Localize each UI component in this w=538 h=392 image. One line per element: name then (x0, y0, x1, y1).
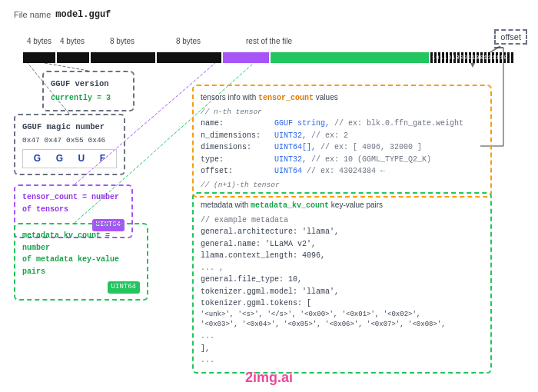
nplus1-tensor-comment: // (n+1)-th tensor (201, 180, 483, 191)
tensor-row-offset: offset: UINT64 // ex: 43024384 ← (201, 165, 483, 178)
bar-tensors (223, 52, 269, 63)
metadata-line-3: ... , (201, 262, 483, 274)
metadata-line-6: tokenizer.ggml.tokens: [ (201, 297, 483, 310)
magic-g2: G (56, 151, 63, 166)
metadata-title-end: key-value pairs (329, 201, 383, 209)
metadata-line-8: '<0x03>', '<0x04>', '<0x05>', '<0x06>', … (201, 320, 483, 331)
watermark: 2img.ai (245, 370, 293, 386)
binary-bar: 1011010001100111110 (23, 52, 515, 63)
tensor-offset-comment: // ex: 43024384 ← (307, 167, 385, 175)
metadata-kv-type: UINT64 (108, 281, 140, 294)
metadata-line-0: general.architecture: 'llama', (201, 226, 483, 238)
metadata-kv-box: metadata_kv_count = number of metadata k… (14, 223, 148, 301)
tensors-info-title: tensors info with tensor_count values (201, 91, 483, 105)
metadata-line-7: '<unk>', '<s>', '</s>', '<0x00>', '<0x01… (201, 310, 483, 321)
tensors-title-end: values (314, 93, 338, 101)
bar-rest (271, 52, 429, 63)
metadata-box: metadata with metadata_kv_count key-valu… (192, 192, 492, 374)
rest-of-file-label: rest of the file (246, 37, 292, 45)
metadata-line-11: ... (201, 354, 483, 367)
tensor-type-comment: // ex: 10 (GGML_TYPE_Q2_K) (311, 155, 431, 164)
filename-label: File name (14, 10, 51, 19)
metadata-line-1: general.name: 'LLaMA v2', (201, 238, 483, 251)
byte-label-4: 8 bytes (155, 37, 221, 45)
metadata-line-10: ], (201, 343, 483, 355)
tensor-dim-comment: // ex: [ 4096, 32000 ] (320, 143, 422, 151)
magic-g1: G (34, 151, 41, 166)
metadata-line-9: ... (201, 331, 483, 343)
svg-line-0 (45, 63, 88, 71)
bar-tensor-count (91, 52, 155, 63)
tensor-name-type: GGUF string, (274, 119, 330, 128)
tensor-ndim-type: UINT32, (274, 131, 307, 140)
magic-number-box: GGUF magic number 0x47 0x47 0x55 0x46 G … (14, 114, 125, 175)
tensor-row-ndim: n_dimensions: UINT32, // ex: 2 (201, 130, 483, 142)
bar-version (57, 52, 89, 63)
filename-value: model.gguf (55, 9, 111, 20)
metadata-title-normal: metadata with (201, 201, 251, 209)
tensor-name-comment: // ex: blk.0.ffn_gate.weight (334, 119, 463, 128)
tensor-count-line2: of tensors (22, 204, 125, 216)
tensor-ndim-comment: // ex: 2 (311, 131, 348, 140)
tensor-dim-type: UINT64[], (274, 143, 316, 151)
bar-metadata-kv (157, 52, 221, 63)
tensor-dim-key: dimensions: (201, 141, 270, 154)
tensor-offset-type: UINT64 (274, 167, 302, 175)
offset-box: offset (494, 29, 527, 45)
byte-label-1: 4 bytes (23, 37, 55, 45)
gguf-version-value: currently = 3 (51, 92, 126, 105)
tensor-row-type: type: UINT32, // ex: 10 (GGML_TYPE_Q2_K) (201, 154, 483, 166)
metadata-kv-line2: of metadata key-value pairs (22, 254, 140, 277)
bar-magic (23, 52, 55, 63)
byte-labels: 4 bytes 4 bytes 8 bytes 8 bytes (23, 37, 221, 45)
tensors-title-bold: tensor_count (258, 94, 314, 102)
tensor-row-name: name: GGUF string, // ex: blk.0.ffn_gate… (201, 118, 483, 130)
svg-marker-5 (470, 63, 475, 68)
tensors-info-box: tensors info with tensor_count values //… (192, 85, 492, 198)
byte-label-3: 8 bytes (89, 37, 155, 45)
binary-string: 1011010001100111110 (432, 55, 508, 61)
tensor-count-line1: tensor_count = number (22, 191, 125, 204)
magic-f: F (100, 151, 105, 166)
tensor-offset-key: offset: (201, 165, 270, 178)
metadata-line-5: tokenizer.ggml.model: 'llama', (201, 286, 483, 298)
magic-title: GGUF magic number (22, 121, 117, 133)
magic-u: U (78, 151, 85, 166)
tensor-type-key: type: (201, 154, 270, 166)
metadata-line-4: general.file_type: 10, (201, 274, 483, 286)
nth-tensor-comment: // n-th tensor (201, 107, 483, 118)
tensor-row-dim: dimensions: UINT64[], // ex: [ 4096, 320… (201, 141, 483, 154)
gguf-version-title: GGUF version (51, 78, 126, 90)
metadata-comment: // example metadata (201, 214, 483, 227)
gguf-version-box: GGUF version currently = 3 (42, 71, 134, 111)
bar-binary-digits: 1011010001100111110 (430, 52, 515, 63)
tensors-title-normal: tensors info with (201, 93, 258, 101)
tensor-name-key: name: (201, 118, 270, 130)
metadata-kv-line1: metadata_kv_count = number (22, 230, 140, 254)
magic-hex: 0x47 0x47 0x55 0x46 (22, 135, 117, 147)
tensor-ndim-key: n_dimensions: (201, 130, 270, 142)
metadata-title-bold: metadata_kv_count (251, 201, 329, 210)
metadata-title: metadata with metadata_kv_count key-valu… (201, 199, 483, 212)
metadata-line-2: llama.context_length: 4096, (201, 250, 483, 262)
filename-bar: File name model.gguf (14, 9, 111, 20)
byte-label-2: 4 bytes (55, 37, 89, 45)
magic-letters: G G U F (22, 149, 117, 168)
tensor-type-type: UINT32, (274, 155, 307, 164)
